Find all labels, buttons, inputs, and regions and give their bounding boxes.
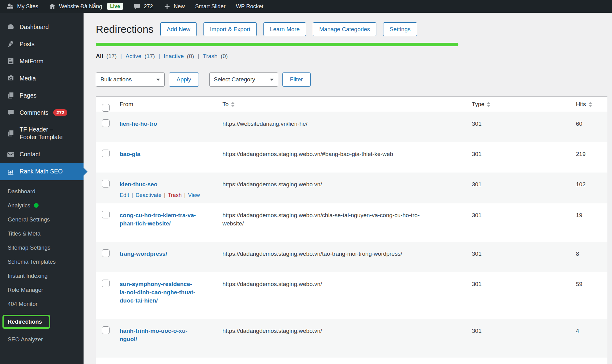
- admin-bar: My Sites Website Đà Nẵng Live 272 New Sm…: [0, 0, 612, 13]
- site-name: Website Đà Nẵng: [59, 3, 102, 10]
- admin-bar-smart-slider[interactable]: Smart Slider: [195, 3, 226, 10]
- column-header-hits[interactable]: Hits: [572, 97, 607, 112]
- redirection-from-link[interactable]: hanh-trinh-mo-uoc-o-xu-nguoi/: [120, 327, 199, 344]
- view-inactive[interactable]: Inactive (0): [164, 53, 194, 60]
- view-separator: |: [159, 53, 160, 60]
- select-all-checkbox[interactable]: [102, 104, 110, 112]
- redirection-to-url: https://dadangdemos.staging.webo.vn/: [222, 327, 322, 335]
- analytics-status-dot: [34, 203, 39, 208]
- row-checkbox[interactable]: [102, 180, 110, 188]
- submenu-item-label: Instant Indexing: [8, 273, 48, 279]
- submenu-item-seo-analyzer[interactable]: SEO Analyzer: [0, 332, 84, 347]
- my-sites-icon: [7, 3, 14, 10]
- learn-more-button[interactable]: Learn More: [263, 22, 306, 36]
- view-all[interactable]: All (17): [96, 53, 117, 60]
- sort-icon: [487, 102, 491, 107]
- manage-categories-button[interactable]: Manage Categories: [313, 22, 376, 36]
- redirection-from-link[interactable]: lien-he-ho-tro: [120, 120, 157, 128]
- row-checkbox[interactable]: [102, 211, 110, 218]
- edit-action[interactable]: Edit: [120, 192, 129, 198]
- submenu-item-dashboard[interactable]: Dashboard: [0, 184, 84, 199]
- view-label: Inactive: [164, 53, 184, 59]
- redirection-hits: 219: [572, 142, 607, 173]
- column-header-type[interactable]: Type: [468, 97, 572, 112]
- submenu-item-sitemap-settings[interactable]: Sitemap Settings: [0, 241, 84, 255]
- table-row: trang-wordpress/ https://dadangdemos.sta…: [96, 242, 607, 272]
- redirection-hits: 102: [572, 173, 607, 204]
- submenu-item-titles-meta[interactable]: Titles & Meta: [0, 227, 84, 241]
- bulk-actions-select[interactable]: Bulk actions: [96, 72, 165, 87]
- filter-button[interactable]: Filter: [282, 72, 311, 87]
- submenu-item-404-monitor[interactable]: 404 Monitor: [0, 297, 84, 311]
- admin-bar-site[interactable]: Website Đà Nẵng Live: [49, 3, 123, 10]
- redirection-from-link[interactable]: bao-gia: [120, 150, 140, 158]
- category-select[interactable]: Select Category: [209, 72, 278, 87]
- admin-bar-new[interactable]: New: [163, 3, 185, 10]
- green-annotation-underline: [96, 43, 458, 46]
- wordpress-admin-page: { "admin_bar": { "my_sites": "My Sites",…: [0, 0, 612, 364]
- row-actions: Edit|Deactivate|Trash|View: [120, 191, 214, 199]
- redirection-type: 301: [468, 242, 572, 272]
- envelope-icon: [7, 150, 15, 158]
- redirection-hits: 8: [572, 242, 607, 272]
- submenu-item-label: Sitemap Settings: [8, 244, 50, 251]
- redirection-hits: 60: [572, 112, 607, 142]
- redirection-type: 301: [468, 203, 572, 242]
- admin-bar-wp-rocket[interactable]: WP Rocket: [236, 3, 263, 10]
- sidebar-item-rank-math-seo[interactable]: Rank Math SEO: [0, 163, 84, 180]
- submenu-item-schema-templates[interactable]: Schema Templates: [0, 255, 84, 269]
- comments-icon: [7, 109, 15, 117]
- sidebar-item-metform[interactable]: MetForm: [0, 53, 84, 70]
- table-row: kien-thuc-seo Edit|Deactivate|Trash|View…: [96, 173, 607, 204]
- settings-button[interactable]: Settings: [383, 22, 417, 36]
- redirection-from-link[interactable]: trang-wordpress/: [120, 250, 167, 258]
- row-checkbox[interactable]: [102, 326, 110, 334]
- deactivate-action[interactable]: Deactivate: [136, 192, 162, 198]
- page-header: Redirections Add New Import & Export Lea…: [96, 22, 607, 36]
- sidebar-item-media[interactable]: Media: [0, 70, 84, 87]
- select-all-cell: [96, 97, 115, 112]
- pages-icon: [7, 91, 15, 99]
- sidebar-item-pages[interactable]: Pages: [0, 87, 84, 104]
- view-count: (0): [187, 53, 194, 59]
- row-checkbox[interactable]: [102, 249, 110, 257]
- sidebar-item-dashboard[interactable]: Dashboard: [0, 18, 84, 35]
- table-row: hanh-trinh-mo-uoc-o-xu-nguoi/ https://da…: [96, 319, 607, 358]
- view-label: Trash: [203, 53, 218, 59]
- live-badge: Live: [107, 3, 123, 10]
- admin-menu: Dashboard Posts MetForm Media Pages Comm…: [0, 13, 84, 180]
- apply-button[interactable]: Apply: [169, 72, 199, 87]
- sidebar-item-comments[interactable]: Comments 272: [0, 104, 84, 121]
- sidebar-item-label: Pages: [20, 92, 36, 99]
- view-active[interactable]: Active (17): [125, 53, 155, 60]
- sidebar-item-posts[interactable]: Posts: [0, 35, 84, 53]
- submenu-item-general-settings[interactable]: General Settings: [0, 213, 84, 227]
- view-action[interactable]: View: [188, 192, 200, 198]
- action-separator: |: [184, 192, 186, 198]
- row-checkbox[interactable]: [102, 150, 110, 157]
- trash-action[interactable]: Trash: [168, 192, 181, 198]
- comments-count-badge: 272: [53, 109, 67, 116]
- submenu-item-instant-indexing[interactable]: Instant Indexing: [0, 269, 84, 283]
- column-header-to[interactable]: To: [218, 97, 468, 112]
- submenu-item-redirections[interactable]: Redirections: [0, 311, 84, 332]
- import-export-button[interactable]: Import & Export: [203, 22, 257, 36]
- row-checkbox[interactable]: [102, 280, 110, 287]
- view-separator: |: [198, 53, 199, 60]
- table-row-partial: [96, 358, 607, 364]
- redirection-from-link[interactable]: sun-symphony-residence-la-noi-dinh-cao-n…: [120, 280, 199, 305]
- submenu-item-analytics[interactable]: Analytics: [0, 199, 84, 213]
- view-trash[interactable]: Trash (0): [203, 53, 228, 60]
- admin-bar-comments[interactable]: 272: [133, 3, 153, 10]
- add-new-button[interactable]: Add New: [160, 22, 197, 36]
- row-checkbox[interactable]: [102, 119, 110, 127]
- admin-bar-my-sites[interactable]: My Sites: [7, 3, 38, 10]
- sidebar-item-contact[interactable]: Contact: [0, 146, 84, 163]
- sidebar-item-label: TF Header – Footer Template: [20, 126, 70, 141]
- redirection-from-link[interactable]: cong-cu-ho-tro-kiem-tra-va-phan-tich-web…: [120, 211, 199, 228]
- submenu-item-role-manager[interactable]: Role Manager: [0, 283, 84, 297]
- sidebar-item-tf-header-footer[interactable]: TF Header – Footer Template: [0, 121, 84, 146]
- redirection-type: 301: [468, 173, 572, 204]
- table-toolbar: Bulk actions Apply Select Category Filte…: [96, 72, 607, 87]
- redirection-from-link[interactable]: kien-thuc-seo: [120, 180, 158, 189]
